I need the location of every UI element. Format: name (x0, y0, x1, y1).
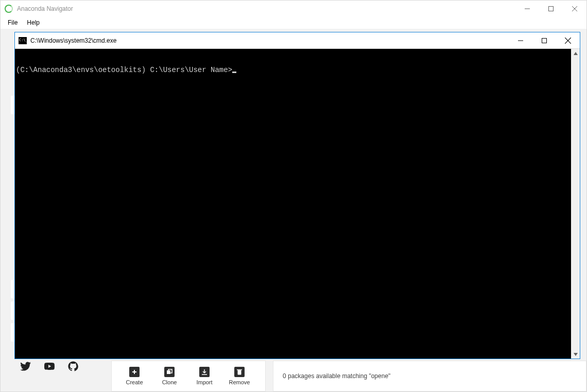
trash-icon (234, 367, 245, 377)
social-links (1, 361, 111, 391)
cmd-client-area: (C:\Anaconda3\envs\oetoolkits) C:\Users\… (15, 48, 580, 359)
remove-env-button[interactable]: Remove (222, 367, 257, 385)
cmd-window: C:\Windows\system32\cmd.exe (C:\Anaconda… (14, 32, 580, 359)
menu-help[interactable]: Help (23, 18, 44, 27)
clone-label: Clone (152, 379, 187, 385)
navigator-minimize-button[interactable] (515, 1, 539, 16)
youtube-icon[interactable] (44, 361, 55, 372)
import-icon (199, 367, 210, 377)
cmd-minimize-button[interactable] (509, 32, 532, 48)
cmd-app-icon (19, 37, 27, 44)
menu-file[interactable]: File (4, 18, 22, 27)
scroll-up-button[interactable] (571, 49, 580, 58)
package-status-text: 0 packages available matching "opene" (283, 372, 390, 380)
cmd-scrollbar[interactable] (571, 49, 580, 359)
close-icon (572, 6, 577, 11)
cmd-maximize-button[interactable] (532, 32, 556, 48)
create-label: Create (117, 379, 152, 385)
svg-rect-3 (238, 370, 241, 375)
cmd-prompt-line: (C:\Anaconda3\envs\oetoolkits) C:\Users\… (16, 66, 232, 74)
navigator-menubar: File Help (1, 16, 586, 29)
cmd-title: C:\Windows\system32\cmd.exe (30, 37, 116, 44)
chevron-up-icon (574, 52, 578, 55)
svg-rect-0 (549, 6, 554, 11)
cmd-cursor (232, 72, 236, 73)
cmd-titlebar[interactable]: C:\Windows\system32\cmd.exe (15, 32, 580, 48)
svg-rect-4 (237, 369, 242, 370)
create-env-button[interactable]: Create (117, 367, 152, 385)
anaconda-logo-icon (5, 5, 13, 13)
navigator-close-button[interactable] (563, 1, 586, 16)
clone-icon (164, 367, 175, 377)
navigator-titlebar[interactable]: Anaconda Navigator (1, 1, 586, 16)
navigator-title: Anaconda Navigator (17, 5, 73, 12)
plus-icon (129, 367, 140, 377)
maximize-icon (542, 38, 547, 43)
clone-env-button[interactable]: Clone (152, 367, 187, 385)
github-icon[interactable] (67, 361, 79, 372)
package-status-panel: 0 packages available matching "opene" (273, 361, 586, 391)
cmd-terminal[interactable]: (C:\Anaconda3\envs\oetoolkits) C:\Users\… (15, 49, 571, 359)
twitter-icon[interactable] (20, 361, 31, 372)
navigator-maximize-button[interactable] (539, 1, 563, 16)
chevron-down-icon (574, 353, 578, 356)
environment-actions: Create Clone Import (111, 361, 266, 391)
navigator-bottom-bar: Create Clone Import (1, 361, 586, 391)
scroll-down-button[interactable] (571, 350, 580, 359)
cmd-close-button[interactable] (556, 32, 580, 48)
minimize-icon (518, 38, 523, 43)
remove-label: Remove (222, 379, 257, 385)
svg-rect-5 (542, 38, 547, 43)
minimize-icon (525, 6, 530, 11)
import-env-button[interactable]: Import (187, 367, 222, 385)
import-label: Import (187, 379, 222, 385)
close-icon (565, 38, 571, 44)
maximize-icon (548, 6, 554, 11)
